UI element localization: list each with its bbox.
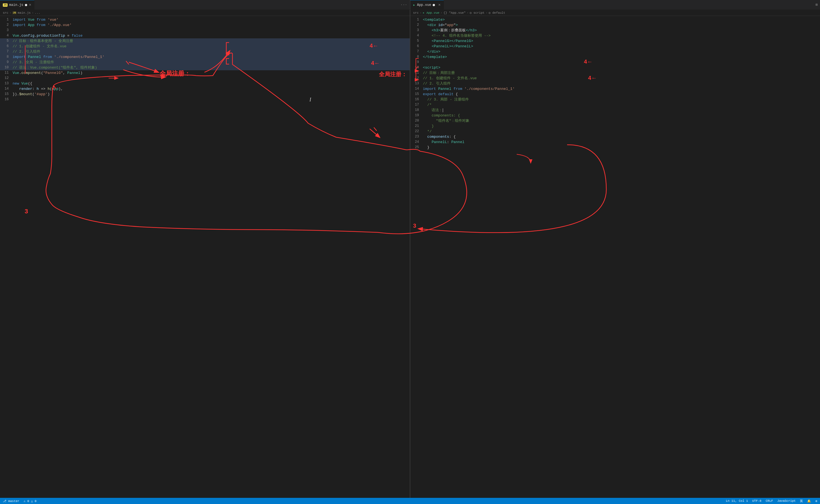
- code-line: 21 }: [410, 123, 820, 129]
- code-line: 8 import Pannel from './components/Panne…: [0, 54, 410, 60]
- bell: 🔔: [807, 499, 811, 503]
- status-bar: ⎇ master ⚠ 0 △ 0 Ln 11, Col 1 UTF-8 CRLF…: [0, 498, 820, 504]
- bc-script: ◎ script: [470, 11, 484, 15]
- right-breadcrumb: src › ▸ App.vue › {} "App.vue" › ◎ scrip…: [410, 10, 820, 16]
- code-line: 5 // 目标：组件基本使用 - 全局注册: [0, 38, 410, 44]
- code-line: 3 <h3>案例：折叠面板</h3>: [410, 28, 820, 33]
- bc-default: ◎ default: [489, 11, 505, 15]
- code-line: 14 render: h => h(App),: [0, 86, 410, 92]
- left-editor-pane: src › JS main.js › ... 1 import Vue from…: [0, 10, 410, 498]
- right-editor-pane: src › ▸ App.vue › {} "App.vue" › ◎ scrip…: [410, 10, 820, 498]
- tab-main-js[interactable]: JS main.js ×: [0, 0, 34, 10]
- code-line: 19 components: {: [410, 113, 820, 118]
- git-branch: ⎇ master: [3, 499, 19, 503]
- code-line: 6 <PannelL></PannelL>: [410, 44, 820, 49]
- code-line: 7 // 2. 引入组件: [0, 49, 410, 54]
- locale: 英: [800, 499, 803, 503]
- code-line: 12 // 1. 创建组件 - 文件名.vue: [410, 76, 820, 81]
- tab-label-main: main.js: [9, 3, 23, 7]
- modified-dot: [25, 4, 27, 6]
- tab-bar: JS main.js × ··· ▸ App.vue × ⊞: [0, 0, 820, 10]
- code-line: 22 */: [410, 129, 820, 134]
- code-line: 2 import App from './App.vue': [0, 22, 410, 28]
- code-line: 9 // 3. 全局 - 注册组件: [0, 60, 410, 65]
- modified-dot-vue: [433, 4, 435, 6]
- bc-src: src: [3, 11, 8, 15]
- left-breadcrumb: src › JS main.js › ...: [0, 10, 410, 16]
- bc-src-r: src: [413, 11, 419, 15]
- code-line: 16: [0, 97, 410, 102]
- code-line: 9: [410, 60, 820, 65]
- language: JavaScript: [777, 499, 796, 503]
- code-line: 8 </template>: [410, 54, 820, 60]
- js-icon: JS: [3, 3, 8, 7]
- tab-close-main[interactable]: ×: [29, 3, 31, 7]
- editors-container: src › JS main.js › ... 1 import Vue from…: [0, 10, 820, 498]
- code-line: 23 components: {: [410, 134, 820, 139]
- right-code-area[interactable]: 1 <template> 2 <div id="app"> 3 <h3>案例：折…: [410, 16, 820, 498]
- code-line: 14 import Pannel from './components/Pann…: [410, 86, 820, 92]
- status-right: Ln 11, Col 1 UTF-8 CRLF JavaScript 英 🔔 ⚙: [726, 499, 817, 503]
- code-line: 18 语法：: [410, 108, 820, 113]
- code-line: 13 // 2. 引入组件: [410, 81, 820, 86]
- bc-mainjs: main.js: [18, 11, 31, 15]
- code-line: 15 }).$mount('#app'): [0, 92, 410, 97]
- settings[interactable]: ⚙: [815, 499, 817, 503]
- code-line: 5 <PannelG></PannelG>: [410, 38, 820, 44]
- code-line: 17 /*: [410, 102, 820, 108]
- bc-obj: {} "App.vue": [443, 11, 465, 15]
- errors: ⚠ 0 △ 0: [24, 499, 36, 503]
- code-line: 15 export default {: [410, 92, 820, 97]
- bc-ellipsis: ...: [35, 11, 40, 15]
- code-line: 3: [0, 28, 410, 33]
- layout-icon[interactable]: ⊞: [813, 0, 820, 10]
- code-line: 11 // 目标：局部注册: [410, 70, 820, 76]
- code-line: 2 <div id="app">: [410, 22, 820, 28]
- code-line: 10 <script>: [410, 65, 820, 70]
- code-line: 6 // 1. 创建组件 - 文件名.vue: [0, 44, 410, 49]
- tab-label-app: App.vue: [417, 3, 431, 7]
- vue-icon: ▸: [413, 3, 415, 7]
- code-line: 1 <template>: [410, 17, 820, 22]
- bc-vue-r: ▸ App.vue: [423, 11, 439, 15]
- right-editor-wrapper: 1 <template> 2 <div id="app"> 3 <h3>案例：折…: [410, 16, 820, 498]
- tab-more-button[interactable]: ···: [398, 0, 410, 10]
- code-line: 24 PannelL: Pannel: [410, 139, 820, 145]
- code-line: 12: [0, 76, 410, 81]
- code-line: 1 import Vue from 'vue': [0, 17, 410, 22]
- tab-close-app[interactable]: ×: [438, 3, 441, 7]
- code-line: 20 "组件名"：组件对象: [410, 118, 820, 123]
- encoding: UTF-8: [752, 499, 761, 503]
- code-line: 13 new Vue({: [0, 81, 410, 86]
- line-ending: CRLF: [766, 499, 773, 503]
- code-line: 10 // 语法：Vue.component("组件名", 组件对象): [0, 65, 410, 70]
- cursor-pos: Ln 11, Col 1: [726, 499, 748, 503]
- code-line: 7 </div>: [410, 49, 820, 54]
- code-line: 25 }: [410, 145, 820, 150]
- tab-app-vue[interactable]: ▸ App.vue ×: [410, 0, 444, 10]
- code-line: 16 // 3. 局部 - 注册组件: [410, 97, 820, 102]
- left-code-area[interactable]: 1 import Vue from 'vue' 2 import App fro…: [0, 16, 410, 498]
- left-editor-wrapper: 1 import Vue from 'vue' 2 import App fro…: [0, 16, 410, 498]
- code-line: 4 Vue.config.productionTip = false: [0, 33, 410, 38]
- code-line: 11 Vue.component("PannelG", Pannel): [0, 70, 410, 76]
- code-line: 4 <!-- 4. 组件名当做标签使用 -->: [410, 33, 820, 38]
